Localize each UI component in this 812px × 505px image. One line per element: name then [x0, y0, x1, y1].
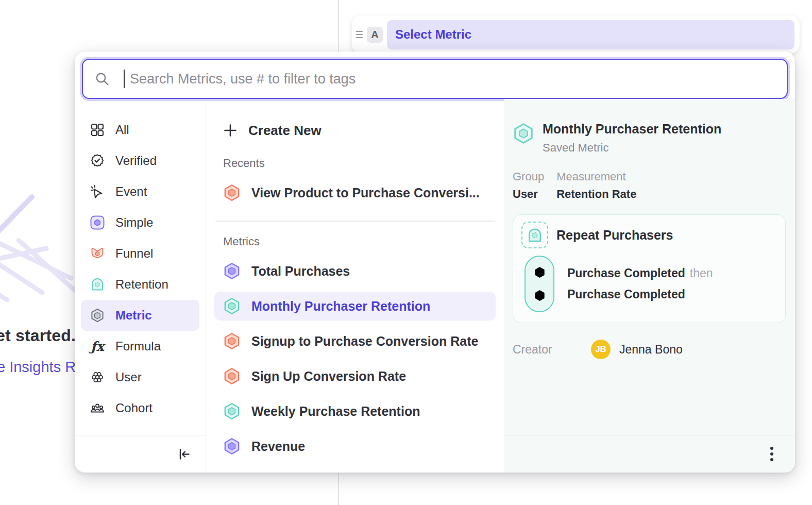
- sidebar-item-cohort[interactable]: Cohort: [81, 393, 199, 424]
- event-cursor-icon: [90, 184, 105, 199]
- metric-item-label: Monthly Purchaser Retention: [251, 299, 430, 314]
- sidebar-item-label: Funnel: [115, 246, 153, 261]
- details-footer: [504, 435, 795, 473]
- group-label: Group: [513, 170, 544, 183]
- user-cluster-icon: [90, 369, 105, 385]
- sidebar-item-metric[interactable]: Metric: [81, 300, 199, 331]
- metric-item-label: Weekly Purchase Retention: [251, 404, 420, 419]
- create-new-label: Create New: [248, 123, 322, 139]
- metric-list-panel: Create New Recents View Product to Purch…: [206, 99, 504, 473]
- retention-metric-hex-icon: [223, 402, 241, 420]
- metric-details-panel: Monthly Purchaser Retention Saved Metric…: [504, 99, 795, 473]
- metric-item-signup-to-purchase-conversion-rate[interactable]: Signup to Purchase Conversion Rate: [214, 327, 496, 356]
- sidebar-item-label: Retention: [115, 277, 168, 292]
- funnel-icon: [90, 246, 105, 261]
- sidebar-item-funnel[interactable]: Funnel: [81, 238, 199, 269]
- retention-metric-hex-icon: [223, 297, 241, 315]
- sidebar-item-label: Simple: [115, 215, 153, 230]
- grid-icon: [90, 122, 105, 138]
- sidebar-item-all[interactable]: All: [81, 114, 199, 145]
- sidebar-footer: [75, 435, 206, 473]
- metric-hexagon-icon: [90, 308, 105, 323]
- text-caret: [124, 70, 125, 88]
- kebab-icon: [770, 447, 773, 450]
- details-subtitle: Saved Metric: [543, 141, 721, 155]
- select-metric-bar: A Select Metric: [352, 15, 800, 54]
- event-sequence-capsule: [525, 256, 554, 312]
- search-box[interactable]: [82, 59, 788, 99]
- sidebar-item-event[interactable]: Event: [81, 176, 199, 207]
- simple-metric-hex-icon: [223, 437, 241, 455]
- creator-name: Jenna Bono: [619, 343, 683, 357]
- simple-icon: [90, 215, 105, 230]
- definition-step-1: Purchase Completedthen: [567, 266, 713, 280]
- measurement-value: Retention Rate: [556, 188, 636, 201]
- metrics-section-label: Metrics: [206, 235, 504, 248]
- definition-name: Repeat Purchasers: [556, 228, 673, 243]
- retention-definition-icon: [521, 222, 548, 248]
- more-options-button[interactable]: [770, 447, 773, 461]
- event-hex-icon: [533, 289, 547, 302]
- simple-metric-hex-icon: [223, 262, 241, 280]
- select-metric-label: Select Metric: [395, 27, 471, 42]
- plus-icon: [223, 123, 238, 138]
- metric-item-revenue[interactable]: Revenue: [214, 432, 496, 461]
- background-headline-fragment: et started.: [0, 326, 76, 345]
- funnel-metric-hex-icon: [223, 367, 241, 385]
- group-value: User: [513, 188, 544, 201]
- sidebar-item-user[interactable]: User: [81, 362, 199, 393]
- recents-section-label: Recents: [206, 157, 504, 170]
- metric-item-weekly-purchase-retention[interactable]: Weekly Purchase Retention: [214, 397, 496, 426]
- metric-item-label: Sign Up Conversion Rate: [251, 369, 406, 384]
- search-input[interactable]: [130, 71, 775, 87]
- details-title: Monthly Purchaser Retention: [543, 122, 721, 137]
- sidebar-item-label: Metric: [115, 308, 152, 323]
- retention-icon: [90, 277, 105, 292]
- metric-letter-badge: A: [367, 27, 383, 43]
- sidebar-item-formula[interactable]: ƒx Formula: [81, 331, 199, 362]
- metric-item-label: Revenue: [251, 439, 305, 454]
- sidebar-item-label: Formula: [115, 339, 161, 354]
- definition-card: Repeat Purchasers Purchase Completedthen…: [513, 214, 786, 323]
- metric-item-label: Signup to Purchase Conversion Rate: [251, 334, 478, 349]
- sidebar-item-verified[interactable]: Verified: [81, 145, 199, 176]
- definition-step-2: Purchase Completed: [567, 288, 713, 301]
- type-filter-sidebar: All Verified Event: [75, 99, 206, 473]
- metric-item-monthly-purchaser-retention[interactable]: Monthly Purchaser Retention: [214, 292, 496, 321]
- sidebar-item-retention[interactable]: Retention: [81, 269, 199, 300]
- measurement-label: Measurement: [556, 170, 636, 183]
- recent-item-label: View Product to Purchase Conversi...: [251, 186, 480, 200]
- then-connector: then: [690, 266, 713, 280]
- cohort-people-icon: [90, 400, 105, 416]
- drag-handle-icon[interactable]: [355, 31, 363, 38]
- metric-item-total-purchases[interactable]: Total Purchases: [214, 257, 496, 285]
- create-new-button[interactable]: Create New: [206, 117, 504, 143]
- sidebar-item-label: User: [115, 370, 142, 384]
- select-metric-pill[interactable]: Select Metric: [387, 20, 794, 49]
- measurement-field: Measurement Retention Rate: [556, 170, 636, 201]
- funnel-metric-hex-icon: [223, 184, 241, 201]
- collapse-left-icon: [177, 447, 191, 461]
- search-icon: [94, 71, 110, 87]
- metric-item-label: Total Purchases: [251, 264, 350, 279]
- funnel-metric-hex-icon: [223, 332, 241, 350]
- creator-avatar: JB: [591, 340, 611, 359]
- sidebar-item-label: Cohort: [115, 401, 153, 415]
- formula-fx-icon: ƒx: [90, 339, 105, 354]
- sidebar-item-label: All: [115, 123, 129, 137]
- sidebar-item-label: Verified: [115, 154, 157, 168]
- verified-badge-icon: [90, 153, 105, 169]
- creator-label: Creator: [513, 343, 591, 357]
- recent-item-view-product-to-purchase[interactable]: View Product to Purchase Conversi...: [214, 178, 496, 207]
- collapse-sidebar-button[interactable]: [177, 447, 191, 461]
- event-hex-icon: [533, 265, 547, 279]
- metric-picker-modal: All Verified Event: [75, 52, 795, 473]
- creator-row: Creator JB Jenna Bono: [513, 340, 786, 359]
- metric-item-sign-up-conversion-rate[interactable]: Sign Up Conversion Rate: [214, 362, 496, 391]
- retention-metric-hex-icon: [513, 123, 534, 144]
- list-divider: [215, 221, 495, 222]
- sidebar-item-simple[interactable]: Simple: [81, 207, 199, 238]
- sidebar-item-label: Event: [115, 184, 147, 199]
- background-link-fragment[interactable]: e Insights Re: [0, 359, 84, 376]
- group-field: Group User: [513, 170, 544, 201]
